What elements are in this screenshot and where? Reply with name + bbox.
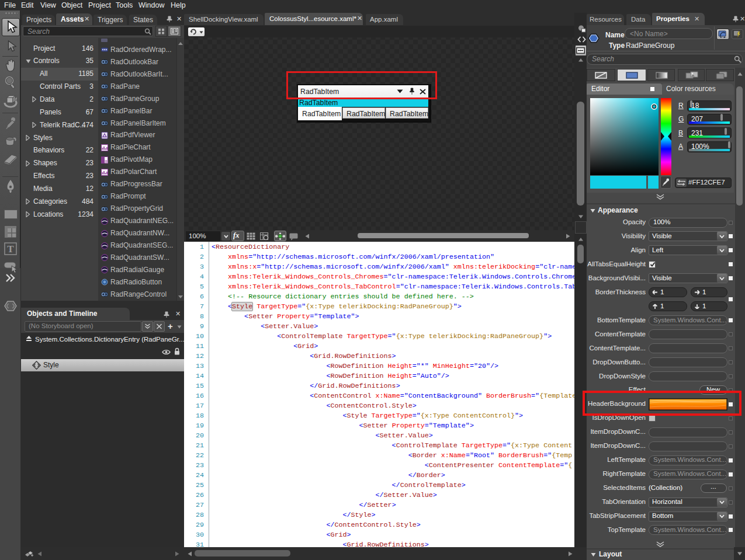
- svg-text:T: T: [7, 244, 14, 255]
